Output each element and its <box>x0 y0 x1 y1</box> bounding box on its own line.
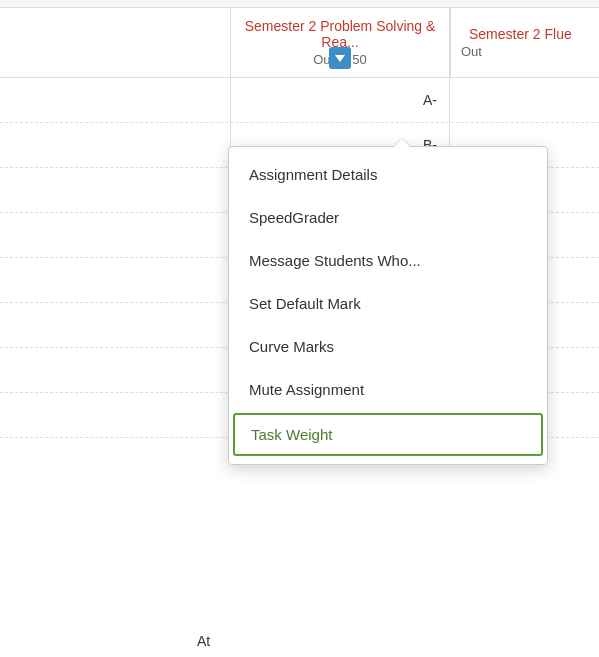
col-right-title: Semester 2 Flue <box>461 26 580 42</box>
table-row: A- <box>0 78 599 123</box>
header-main-col: Semester 2 Problem Solving & Rea... Out … <box>230 8 450 77</box>
top-bar <box>0 0 599 8</box>
chevron-down-icon <box>335 55 345 62</box>
dropdown-arrow <box>394 139 410 147</box>
menu-item-assignment-details[interactable]: Assignment Details <box>229 153 547 196</box>
col-right-subtitle: Out <box>461 44 482 59</box>
col-main-title: Semester 2 Problem Solving & Rea... <box>231 18 449 50</box>
cell-main: A- <box>230 78 450 122</box>
dropdown-menu: Assignment DetailsSpeedGraderMessage Stu… <box>228 146 548 465</box>
header-right-col: Semester 2 Flue Out <box>450 8 599 77</box>
bottom-label: At <box>197 625 210 657</box>
menu-item-mute-assignment[interactable]: Mute Assignment <box>229 368 547 411</box>
menu-item-message-students[interactable]: Message Students Who... <box>229 239 547 282</box>
table-body: Assignment DetailsSpeedGraderMessage Stu… <box>0 78 599 438</box>
dropdown-button[interactable] <box>329 47 351 69</box>
header-left-col <box>0 8 230 77</box>
menu-item-task-weight[interactable]: Task Weight <box>233 413 543 456</box>
menu-item-curve-marks[interactable]: Curve Marks <box>229 325 547 368</box>
table-header: Semester 2 Problem Solving & Rea... Out … <box>0 8 599 78</box>
gradebook-table: Semester 2 Problem Solving & Rea... Out … <box>0 0 599 657</box>
menu-item-set-default-mark[interactable]: Set Default Mark <box>229 282 547 325</box>
menu-item-speed-grader[interactable]: SpeedGrader <box>229 196 547 239</box>
